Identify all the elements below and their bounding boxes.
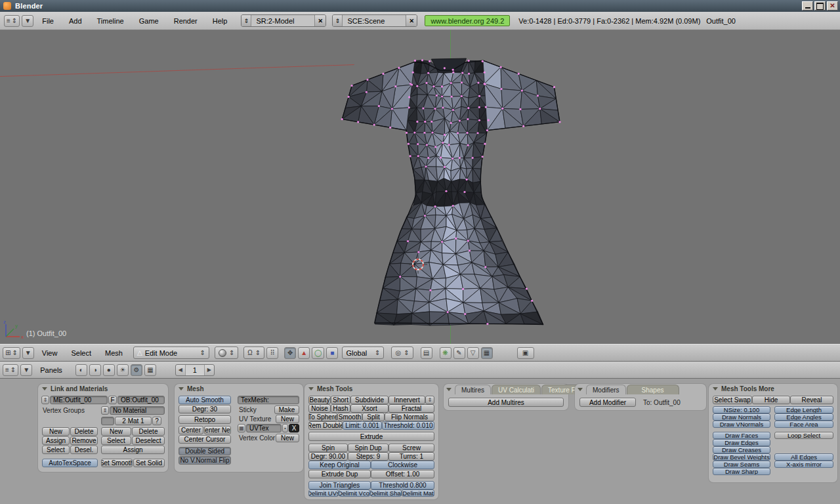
mesh-object[interactable]	[328, 51, 571, 330]
add-modifier-button[interactable]: Add Modifier	[579, 398, 636, 407]
hide-button[interactable]: Hide	[752, 396, 790, 404]
uvtex-icon-button[interactable]: ▦	[238, 424, 245, 432]
degr-stepper[interactable]: Degr: 30	[178, 405, 231, 413]
fake-user-button[interactable]: F	[108, 396, 117, 404]
tab-shapes[interactable]: Shapes	[627, 385, 679, 394]
set-smooth-button[interactable]: Set Smooth	[101, 459, 133, 467]
subdivide-menu-button[interactable]: ⇕	[425, 396, 434, 404]
vertex-color-new-button[interactable]: New	[276, 434, 299, 442]
to-sphere-button[interactable]: To Sphere	[308, 413, 337, 421]
draw-faces-toggle[interactable]: Draw Faces	[713, 432, 770, 439]
screen-name[interactable]: SR:2-Model	[251, 17, 314, 25]
occlude-geometry-button[interactable]: ▦	[481, 347, 493, 359]
menu-help[interactable]: Help	[206, 16, 234, 26]
join-triangles-toggle[interactable]: Join Triangles	[308, 481, 371, 490]
scene-delete-icon[interactable]: ✕	[406, 15, 417, 26]
editing-context-button[interactable]: ⚙	[131, 364, 142, 376]
reveal-button[interactable]: Reveal	[790, 396, 833, 404]
clockwise-toggle[interactable]: Clockwise	[371, 461, 434, 469]
screen-browse-icon[interactable]: ⇕	[242, 15, 251, 26]
center-cursor-button[interactable]: Center Cursor	[178, 435, 231, 444]
steps-stepper[interactable]: Steps: 9	[348, 452, 388, 461]
beauty-toggle[interactable]: Beauty	[308, 396, 331, 404]
header-collapse-button[interactable]: ▼	[22, 15, 33, 27]
viewport-type-button[interactable]: ⊞ ⇕	[3, 347, 20, 359]
offset-stepper[interactable]: Offset: 1.00	[371, 470, 434, 478]
frame-number[interactable]: 1	[185, 365, 205, 375]
draw-edges-toggle[interactable]: Draw Edges	[713, 439, 770, 446]
short-toggle[interactable]: Short	[331, 396, 350, 404]
set-solid-button[interactable]: Set Solid	[133, 459, 165, 467]
manipulator-toggle-button[interactable]: ✥	[284, 347, 296, 359]
scale-manipulator-button[interactable]: ■	[326, 347, 338, 359]
blender-org-link[interactable]: www.blender.org 249.2	[425, 15, 510, 26]
center-button[interactable]: Center	[178, 426, 203, 434]
script-context-button[interactable]: ◑	[89, 364, 101, 376]
snap-dropdown[interactable]: ◎ ⇕	[391, 346, 413, 359]
delimit-vcol-toggle[interactable]: Delimit Vcol	[339, 490, 370, 497]
spin-dup-button[interactable]: Spin Dup	[348, 444, 388, 452]
threshold-stepper[interactable]: Threshold: 0.010	[382, 421, 434, 430]
select-swap-button[interactable]: Select Swap	[713, 396, 752, 404]
buttons-window-type-button[interactable]: ≡ ⇕	[3, 364, 18, 376]
mesh-browse-button[interactable]: ⇕	[41, 396, 49, 404]
face-select-button[interactable]: ▽	[467, 347, 479, 359]
flip-normals-button[interactable]: Flip Normals	[385, 413, 434, 421]
viewport-menu-mesh[interactable]: Mesh	[99, 349, 129, 357]
material-new-button[interactable]: New	[101, 427, 131, 436]
menu-timeline[interactable]: Timeline	[91, 16, 131, 26]
face-area-toggle[interactable]: Face Area	[774, 421, 833, 428]
menu-render[interactable]: Render	[167, 16, 204, 26]
panel-header[interactable]: Mesh	[178, 385, 204, 392]
material-deselect-button[interactable]: Deselect	[132, 436, 165, 445]
vgroup-deselect-button[interactable]: Desel.	[70, 446, 98, 454]
material-query-button[interactable]: ?	[152, 417, 161, 425]
rotate-manipulator-button[interactable]: ◯	[312, 347, 324, 359]
split-button[interactable]: Split	[362, 413, 385, 421]
delimit-sharp-toggle[interactable]: Delimit Shar	[370, 490, 402, 497]
sticky-make-button[interactable]: Make	[274, 406, 299, 414]
double-sided-toggle[interactable]: Double Sided	[178, 447, 231, 455]
xsort-button[interactable]: Xsort	[350, 404, 388, 413]
spin-button[interactable]: Spin	[308, 444, 348, 452]
menu-game[interactable]: Game	[133, 16, 165, 26]
material-delete-button[interactable]: Delete	[132, 427, 165, 436]
scene-context-button[interactable]: ▦	[144, 364, 156, 376]
vgroup-delete-button[interactable]: Delete	[70, 427, 98, 436]
auto-smooth-toggle[interactable]: Auto Smooth	[178, 396, 231, 404]
retopo-button[interactable]: Retopo	[178, 415, 231, 424]
material-field[interactable]: No Material	[110, 406, 165, 415]
fractal-button[interactable]: Fractal	[388, 404, 434, 413]
pivot-dropdown[interactable]: Ω ⇕	[243, 346, 264, 359]
smooth-button[interactable]: Smooth	[337, 413, 362, 421]
material-index-stepper[interactable]: 2 Mat 1	[115, 417, 152, 425]
noise-button[interactable]: Noise	[308, 404, 331, 413]
mesh-datablock-field[interactable]: ME:Outfit_00	[50, 396, 108, 404]
edge-length-toggle[interactable]: Edge Length	[774, 406, 833, 413]
tab-uv-calculation[interactable]: UV Calculati	[492, 385, 541, 394]
material-select-button[interactable]: Select	[101, 436, 131, 445]
viewport-menu-collapse-button[interactable]: ▼	[22, 347, 34, 359]
edge-angles-toggle[interactable]: Edge Angles	[774, 413, 833, 421]
menu-add[interactable]: Add	[62, 16, 89, 26]
logic-context-button[interactable]: ◐	[75, 364, 87, 376]
tab-modifiers[interactable]: Modifiers	[586, 385, 626, 394]
draw-sharp-toggle[interactable]: Draw Sharp	[713, 468, 770, 475]
draw-normals-toggle[interactable]: Draw Normals	[713, 413, 770, 421]
material-preview-field[interactable]	[101, 417, 114, 425]
screen-selector[interactable]: ⇕ SR:2-Model ✕	[241, 14, 326, 27]
scene-name[interactable]: SCE:Scene	[343, 17, 406, 25]
center-new-button[interactable]: Center New	[204, 426, 231, 434]
panel-header[interactable]: Link and Materials	[42, 385, 108, 392]
loop-select-button[interactable]: Loop Select	[774, 432, 833, 439]
x-axis-mirror-toggle[interactable]: X-axis mirror	[774, 461, 833, 468]
viewport-menu-select[interactable]: Select	[65, 349, 97, 357]
draw-tool-button[interactable]: ✎	[453, 347, 465, 359]
frame-prev-icon[interactable]: ◀	[176, 367, 185, 373]
buttons-menu-collapse-button[interactable]: ▼	[20, 364, 32, 376]
innervert-button[interactable]: Innervert	[388, 396, 425, 404]
panel-header[interactable]: Mesh Tools	[308, 385, 352, 392]
frame-stepper[interactable]: ◀ 1 ▶	[175, 364, 215, 376]
screen-delete-icon[interactable]: ✕	[314, 15, 326, 26]
subdivide-button[interactable]: Subdivide	[350, 396, 388, 404]
